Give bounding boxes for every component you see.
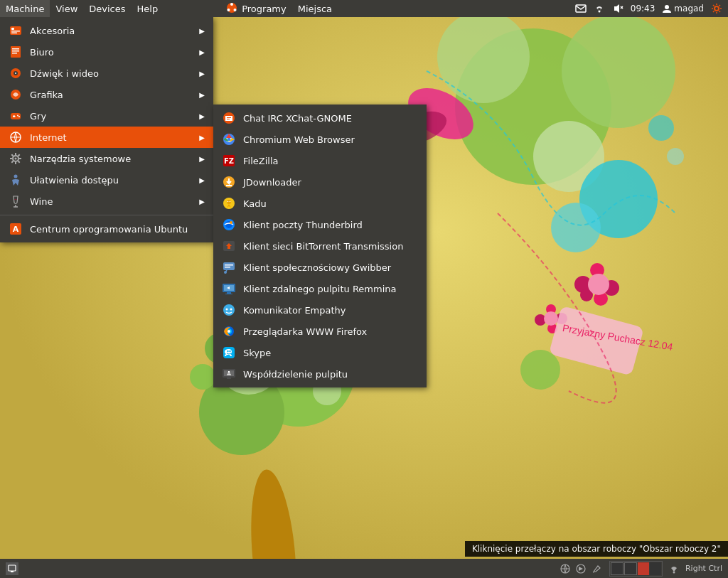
clock[interactable]: 09:43 [628,0,658,17]
menu-item-internet[interactable]: Internet ▶ [0,127,213,148]
svg-rect-57 [13,116,16,117]
firefox-icon [222,324,236,338]
svg-point-113 [673,571,675,573]
svg-rect-94 [225,294,232,294]
svg-point-64 [14,175,18,178]
remmina-icon [222,282,236,296]
menu-item-ulatwienia[interactable]: Ułatwienia dostępu ▶ [0,169,213,191]
panel-left: Machine View Devices Help Programy Mie [0,0,338,17]
empathy-label: Komunikator Empathy [243,305,346,316]
submenu-empathy[interactable]: Komunikator Empathy [213,299,427,321]
mail-indicator[interactable] [572,0,589,17]
transmission-icon [222,239,236,253]
user-indicator[interactable]: magad [659,0,707,17]
svg-rect-108 [9,565,16,571]
workspace-4[interactable] [650,562,661,575]
svg-rect-49 [12,50,19,52]
svg-point-59 [18,116,20,117]
menu-item-biuro[interactable]: Biuro ▶ [0,41,213,63]
submenu-jdownloader[interactable]: JDownloader [213,171,427,193]
dzwiek-label: Dźwięk i wideo [30,68,99,79]
kadu-icon [222,196,236,210]
submenu-chat-irc[interactable]: Chat IRC XChat-GNOME [213,107,427,129]
tray-pen-icon[interactable] [589,562,604,576]
show-desktop-button[interactable] [6,562,18,575]
miejsca-button[interactable]: Miejsca [292,0,338,17]
svg-rect-47 [11,46,21,58]
machine-label: Machine [6,4,44,14]
submenu-thunderbird[interactable]: Klient poczty Thunderbird [213,214,427,235]
time-display: 09:43 [631,4,655,14]
skype-label: Skype [243,348,271,358]
svg-point-28 [648,115,674,141]
gwibber-icon [222,260,236,274]
submenu-filezilla[interactable]: FZ FileZilla [213,150,427,171]
submenu-skype[interactable]: Skype [213,342,427,363]
submenu-wspoldzielenie[interactable]: Współdzielenie pulpitu [213,363,427,385]
centrum-icon: A [9,222,23,236]
submenu-remmina[interactable]: Klient zdalnego pulpitu Remmina [213,278,427,299]
transmission-label: Klient sieci BitTorrent Transmission [243,241,403,252]
menu-item-narzedzia[interactable]: Narzędzia systemowe ▶ [0,148,213,169]
help-menu[interactable]: Help [132,0,164,17]
chromium-icon [222,132,236,146]
ubuntu-programy-button[interactable]: Programy [220,0,292,17]
gry-icon [9,109,23,123]
submenu-kadu[interactable]: Kadu [213,193,427,214]
workspace-2[interactable] [624,562,637,575]
grafika-arrow: ▶ [199,91,205,99]
wspoldzielenie-label: Współdzielenie pulpitu [243,369,348,380]
view-menu[interactable]: View [50,0,83,17]
ulatwienia-label: Ułatwienia dostępu [30,175,119,186]
user-icon [662,4,672,14]
svg-point-100 [228,330,230,333]
volume-indicator[interactable] [609,0,626,17]
menu-item-gry[interactable]: Gry ▶ [0,105,213,127]
devices-menu[interactable]: Devices [83,0,131,17]
svg-rect-90 [225,267,230,268]
volume-icon [612,3,623,14]
akcesoria-label: Akcesoria [30,26,75,36]
settings-indicator[interactable] [708,0,725,17]
svg-point-82 [230,201,231,203]
tray-network-icon[interactable] [558,562,572,576]
tray-pencil-icon [591,563,602,574]
tray-nm-icon[interactable] [667,562,681,576]
submenu-gwibber[interactable]: Klient społecznościowy Gwibber [213,257,427,278]
tray-browser-icon[interactable] [574,562,588,576]
menu-item-dzwiek[interactable]: Dźwięk i wideo ▶ [0,63,213,84]
svg-point-41 [665,5,669,9]
machine-menu[interactable]: Machine [0,0,50,17]
svg-point-25 [520,350,560,390]
mail-icon [575,3,587,14]
svg-text:A: A [13,225,19,234]
menu-item-centrum[interactable]: A Centrum oprogramowania Ubuntu [0,218,213,240]
thunderbird-icon [222,218,236,232]
taskbar [0,562,21,575]
wine-label: Wine [30,196,53,207]
network-indicator[interactable] [591,0,608,17]
gwibber-label: Klient społecznościowy Gwibber [243,262,391,273]
menu-item-wine[interactable]: Wine ▶ [0,191,213,212]
svg-rect-71 [227,119,230,119]
submenu-transmission[interactable]: Klient sieci BitTorrent Transmission [213,235,427,257]
svg-point-34 [230,3,233,6]
workspace-1[interactable] [611,562,623,575]
svg-point-81 [228,201,229,203]
dzwiek-icon [9,66,23,80]
workspace-switcher [609,561,663,577]
skype-icon [222,346,236,360]
panel-right: 09:43 magad [572,0,728,17]
workspace-3-active[interactable] [638,562,649,575]
submenu-firefox[interactable]: Przeglądarka WWW Firefox [213,321,427,342]
filezilla-icon: FZ [222,154,236,168]
menu-item-akcesoria[interactable]: Akcesoria ▶ [0,20,213,41]
desktop-icon [8,564,16,573]
grafika-label: Grafika [30,90,63,100]
svg-point-35 [234,9,237,11]
submenu-chromium[interactable]: Chromium Web Browser [213,129,427,150]
thunderbird-label: Klient poczty Thunderbird [243,220,363,230]
akcesoria-arrow: ▶ [199,27,205,35]
menu-item-grafika[interactable]: Grafika ▶ [0,84,213,105]
svg-point-19 [588,274,609,295]
